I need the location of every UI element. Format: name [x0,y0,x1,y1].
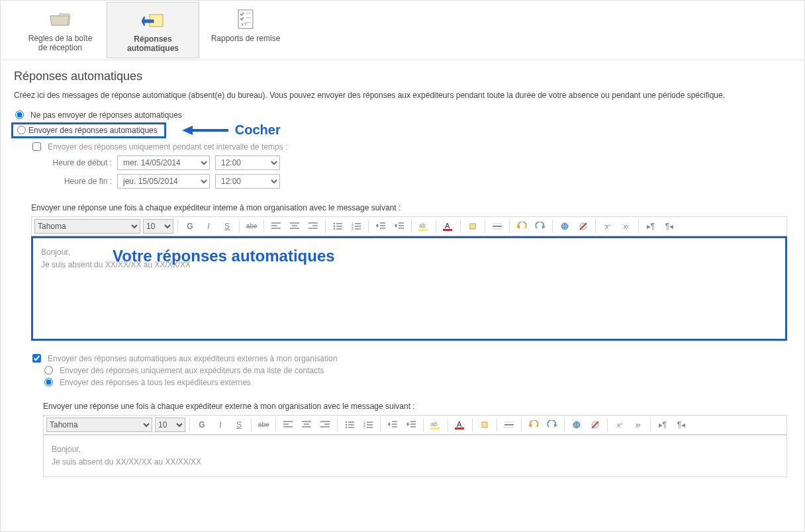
hr-icon[interactable] [489,219,505,234]
svg-rect-22 [470,224,475,229]
editor-line: Bonjour, [41,246,777,259]
option-external-contacts[interactable]: Envoyer des réponses uniquement aux expé… [43,366,791,375]
start-date-select[interactable]: mer. 14/05/2014 [117,155,210,170]
ribbon-auto-replies[interactable]: Réponses automatiques [107,2,199,58]
ribbon-inbox-rules[interactable]: Règles de la boîte de réception [14,2,107,57]
radio-no-send[interactable] [15,111,24,119]
indent-icon[interactable] [391,219,407,234]
undo-icon[interactable] [514,219,530,234]
svg-point-8 [334,222,336,224]
option-period[interactable]: Envoyer des réponses uniquement pendant … [31,142,791,152]
align-right-icon[interactable] [317,418,333,432]
bold-icon[interactable]: G [194,418,210,432]
size-select[interactable]: 10 [143,219,173,234]
font-select[interactable]: Tahoma [46,418,152,432]
subscript-icon[interactable]: x₂ [630,418,646,432]
option-label: Ne pas envoyer de réponses automatiques [30,111,182,120]
ribbon-label: Règles de la boîte de réception [23,34,97,53]
align-right-icon[interactable] [305,219,321,234]
ltr-icon[interactable]: ▸¶ [643,219,659,234]
size-select[interactable]: 10 [155,418,185,432]
radio-external-all[interactable] [44,378,53,386]
rtl-icon[interactable]: ¶◂ [661,219,677,234]
link-icon[interactable] [569,418,585,432]
svg-text:3: 3 [363,425,365,429]
svg-marker-37 [406,424,409,426]
end-label: Heure de fin : [43,177,112,186]
font-color-icon[interactable]: A [452,418,468,432]
redo-icon[interactable] [544,418,560,432]
subscript-icon[interactable]: x₂ [618,219,634,234]
highlight-color-icon[interactable]: ab [428,418,444,432]
option-no-send[interactable]: Ne pas envoyer de réponses automatiques [14,111,791,120]
strikethrough-icon[interactable]: abe [244,219,260,234]
radio-external-contacts[interactable] [44,366,53,375]
font-select[interactable]: Tahoma [34,219,140,234]
clear-format-icon[interactable] [465,219,481,234]
svg-text:ab: ab [419,222,426,229]
svg-rect-42 [482,422,487,427]
svg-text:x?: x? [241,21,247,27]
underline-icon[interactable]: S [231,418,247,432]
editor-line: Bonjour, [52,443,779,456]
page-title: Réponses automatiques [14,69,791,83]
number-list-icon[interactable]: 123 [348,219,364,234]
start-label: Heure de début : [43,158,112,167]
arrow-left-icon [182,123,228,138]
end-time-select[interactable]: 12:00 [215,174,280,189]
external-toolbar: Tahoma 10 G I S abe 123 ab A [43,415,787,435]
end-time-row: Heure de fin : jeu. 15/05/2014 12:00 [43,174,791,189]
outdent-icon[interactable] [373,219,389,234]
underline-icon[interactable]: S [219,219,235,234]
page-description: Créez ici des messages de réponse automa… [14,90,791,101]
option-label: Envoyer des réponses automatiques [28,126,158,135]
svg-rect-19 [418,229,428,231]
clear-format-icon[interactable] [477,418,493,432]
bullet-list-icon[interactable] [342,418,357,432]
option-label: Envoyer des réponses uniquement pendant … [48,142,287,152]
folder-icon [23,7,97,31]
superscript-icon[interactable]: x² [600,219,616,234]
ltr-icon[interactable]: ▸¶ [655,418,671,432]
radio-send[interactable] [17,126,26,134]
font-color-icon[interactable]: A [440,219,456,234]
external-editor[interactable]: Bonjour, Je suis absent du XX/XX/XX au X… [43,435,787,477]
internal-editor[interactable]: Bonjour, Je suis absent du XX/XX/XX au X… [31,236,787,341]
align-left-icon[interactable] [268,219,284,234]
svg-marker-35 [388,424,391,426]
undo-icon[interactable] [526,418,542,432]
highlight-color-icon[interactable]: ab [416,219,432,234]
indent-icon[interactable] [403,418,419,432]
link-icon[interactable] [557,219,573,234]
end-date-select[interactable]: jeu. 15/05/2014 [117,174,210,189]
internal-toolbar: Tahoma 10 G I S abe 123 ab A x² x₂ [31,216,787,236]
svg-point-28 [346,421,348,423]
number-list-icon[interactable]: 123 [360,418,376,432]
highlight-box-send-option: Envoyer des réponses automatiques [11,122,166,138]
checkbox-external[interactable] [32,354,41,363]
rtl-icon[interactable]: ¶◂ [673,418,689,432]
italic-icon[interactable]: I [201,219,216,234]
start-time-select[interactable]: 12:00 [215,155,280,170]
svg-text:3: 3 [352,227,354,230]
italic-icon[interactable]: I [213,418,228,432]
svg-point-9 [334,225,336,227]
unlink-icon[interactable] [575,219,591,234]
redo-icon[interactable] [532,219,548,234]
align-left-icon[interactable] [280,418,296,432]
option-external-all[interactable]: Envoyer des réponses à tous les expédite… [43,378,791,387]
svg-point-30 [346,426,348,428]
outdent-icon[interactable] [385,418,401,432]
unlink-icon[interactable] [587,418,603,432]
hr-icon[interactable] [501,418,517,432]
align-center-icon[interactable] [299,418,314,432]
strikethrough-icon[interactable]: abe [256,418,271,432]
superscript-icon[interactable]: x² [612,418,628,432]
bullet-list-icon[interactable] [330,219,346,234]
bold-icon[interactable]: G [182,219,198,234]
checkbox-period[interactable] [32,142,41,151]
svg-point-10 [334,228,336,230]
option-external-enable[interactable]: Envoyer des réponses automatiques aux ex… [31,354,791,363]
ribbon-delivery-reports[interactable]: x? Rapports de remise [199,2,292,47]
align-center-icon[interactable] [287,219,303,234]
